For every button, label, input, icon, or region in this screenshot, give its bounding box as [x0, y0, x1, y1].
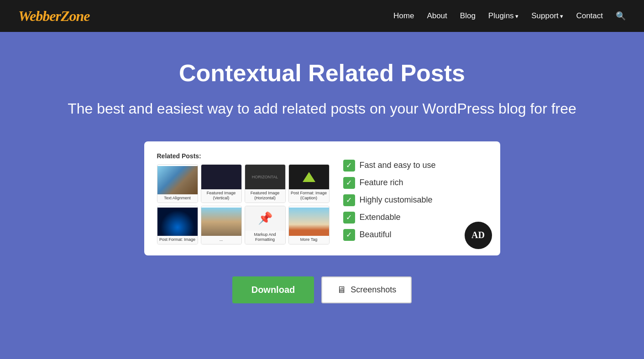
thumb-caption-7: Markup And Formatting [245, 231, 285, 244]
ad-badge: AD [465, 222, 492, 249]
feature-fast: ✓ Fast and easy to use [343, 160, 487, 172]
thumb-caption-1: Text Alignment [157, 194, 198, 203]
thumb-featured-horizontal[interactable]: HORIZONTAL Featured Image (Horizontal) [245, 164, 286, 203]
search-icon[interactable]: 🔍 [616, 11, 626, 21]
screenshots-label: Screenshots [351, 285, 396, 295]
feature-card: Related Posts: Text Alignment Featured I… [144, 141, 500, 255]
feature-label-4: Extendable [360, 213, 401, 222]
nav-plugins[interactable]: Plugins [488, 11, 518, 21]
thumb-featured-vertical[interactable]: Featured Image (Vertical) [201, 164, 242, 203]
thumb-caption-4: Post Format: Image (Caption) [289, 189, 329, 203]
feature-rich: ✓ Feature rich [343, 177, 487, 189]
check-icon-2: ✓ [343, 177, 355, 189]
thumbnails-section: Related Posts: Text Alignment Featured I… [157, 152, 330, 245]
site-logo[interactable]: WebberZone [18, 8, 89, 25]
check-icon-1: ✓ [343, 160, 355, 172]
check-icon-5: ✓ [343, 229, 355, 241]
features-list: ✓ Fast and easy to use ✓ Feature rich ✓ … [343, 152, 487, 245]
check-icon-3: ✓ [343, 194, 355, 206]
thumb-more-tag[interactable]: More Tag [288, 206, 330, 245]
thumb-caption-2: Featured Image (Vertical) [201, 189, 241, 203]
monitor-icon: 🖥 [337, 285, 346, 295]
thumb-post-format-caption[interactable]: Post Format: Image (Caption) [288, 164, 330, 203]
page-title: Contextual Related Posts [179, 59, 465, 87]
thumb-caption-3: Featured Image (Horizontal) [245, 189, 285, 203]
related-label: Related Posts: [157, 152, 330, 160]
thumb-caption-6: ... [201, 236, 241, 244]
nav-contact[interactable]: Contact [576, 11, 603, 21]
thumb-post-format-image[interactable]: Post Format: Image [157, 206, 198, 245]
nav-support[interactable]: Support [531, 11, 563, 21]
download-button[interactable]: Download [232, 276, 314, 303]
thumb-text-alignment[interactable]: Text Alignment [157, 164, 198, 203]
check-icon-4: ✓ [343, 212, 355, 224]
main-nav: Home About Blog Plugins Support Contact … [393, 11, 626, 21]
thumb-ellipsis[interactable]: ... [201, 206, 242, 245]
thumb-markup-formatting[interactable]: 📌 Markup And Formatting [245, 206, 286, 245]
screenshots-button[interactable]: 🖥 Screenshots [321, 276, 412, 303]
thumbnail-grid: Text Alignment Featured Image (Vertical)… [157, 164, 330, 245]
feature-label-1: Fast and easy to use [360, 161, 436, 170]
thumb-caption-5: Post Format: Image [157, 236, 198, 244]
nav-blog[interactable]: Blog [460, 11, 476, 21]
feature-label-3: Highly customisable [360, 195, 433, 205]
feature-label-2: Feature rich [360, 178, 403, 187]
site-header: WebberZone Home About Blog Plugins Suppo… [0, 0, 644, 32]
feature-extendable: ✓ Extendable [343, 212, 487, 224]
nav-home[interactable]: Home [393, 11, 414, 21]
hero-subtitle: The best and easiest way to add related … [68, 99, 576, 119]
cta-buttons: Download 🖥 Screenshots [232, 276, 412, 303]
feature-customisable: ✓ Highly customisable [343, 194, 487, 206]
nav-about[interactable]: About [427, 11, 447, 21]
hero-section: Contextual Related Posts The best and ea… [0, 32, 644, 359]
feature-label-5: Beautiful [360, 230, 392, 239]
thumb-caption-8: More Tag [289, 236, 329, 244]
